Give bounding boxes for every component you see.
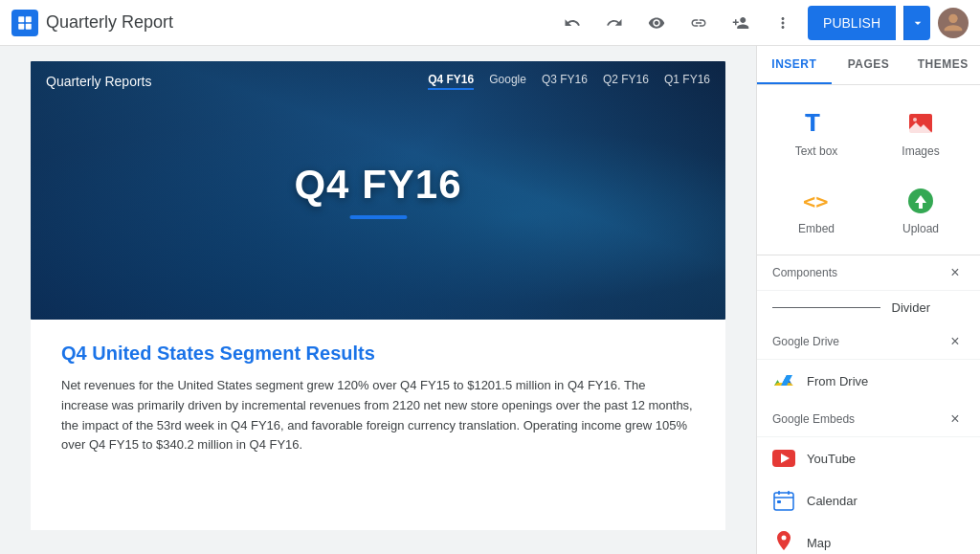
embed-label: Embed <box>798 222 835 235</box>
content-body: Net revenues for the United States segme… <box>61 376 695 455</box>
panel-tabs: INSERT PAGES THEMES <box>757 46 980 85</box>
tab-pages[interactable]: PAGES <box>832 46 906 84</box>
divider-item[interactable]: Divider <box>757 291 980 324</box>
youtube-label: YouTube <box>807 452 856 466</box>
content-heading: Q4 United States Segment Results <box>61 343 695 365</box>
slide-nav-q3fy16[interactable]: Q3 FY16 <box>542 73 588 90</box>
slide-nav-q4fy16[interactable]: Q4 FY16 <box>428 73 474 90</box>
main-area: Quarterly Reports Q4 FY16 Google Q3 FY16… <box>0 46 980 554</box>
map-icon <box>772 531 795 554</box>
undo-button[interactable] <box>555 6 590 40</box>
add-person-button[interactable] <box>724 6 758 40</box>
svg-rect-3 <box>26 23 32 29</box>
svg-point-7 <box>913 118 917 122</box>
svg-point-4 <box>948 13 957 22</box>
tab-themes[interactable]: THEMES <box>905 46 980 84</box>
svg-rect-1 <box>26 16 32 22</box>
upload-label: Upload <box>902 222 939 235</box>
insert-embed[interactable]: <> Embed <box>765 170 868 247</box>
svg-rect-16 <box>777 500 781 503</box>
slide-nav-q2fy16[interactable]: Q2 FY16 <box>603 73 649 90</box>
more-options-button[interactable] <box>766 6 800 40</box>
slide-nav: Quarterly Reports Q4 FY16 Google Q3 FY16… <box>31 61 725 101</box>
images-label: Images <box>902 144 939 158</box>
slide-title: Q4 FY16 <box>294 162 461 208</box>
youtube-item[interactable]: YouTube <box>757 437 980 479</box>
slide-hero[interactable]: Quarterly Reports Q4 FY16 Google Q3 FY16… <box>31 61 725 320</box>
slide-nav-links: Q4 FY16 Google Q3 FY16 Q2 FY16 Q1 FY16 <box>428 73 710 90</box>
publish-dropdown-button[interactable] <box>903 6 930 40</box>
calendar-item[interactable]: Calendar <box>757 479 980 521</box>
slide-underline <box>349 215 407 219</box>
google-embeds-label: Google Embeds <box>772 412 855 426</box>
slide-title-area: Q4 FY16 <box>294 162 461 219</box>
google-embeds-section-header: Google Embeds × <box>757 402 980 437</box>
tab-insert[interactable]: INSERT <box>757 46 832 84</box>
slide-nav-google[interactable]: Google <box>489 73 526 90</box>
components-close-button[interactable]: × <box>946 263 965 282</box>
topbar: Quarterly Report PUBLISH <box>0 0 980 46</box>
calendar-label: Calendar <box>807 494 858 508</box>
insert-grid: T Text box Images <> <box>757 85 980 255</box>
slide-nav-q1fy16[interactable]: Q1 FY16 <box>664 73 710 90</box>
avatar[interactable] <box>938 8 969 38</box>
canvas-area[interactable]: Quarterly Reports Q4 FY16 Google Q3 FY16… <box>0 46 756 554</box>
insert-upload[interactable]: Upload <box>869 170 972 247</box>
divider-label: Divider <box>892 300 930 315</box>
google-drive-label: Google Drive <box>772 335 839 348</box>
map-label: Map <box>807 536 831 550</box>
svg-text:<>: <> <box>803 189 829 213</box>
map-item[interactable]: Map <box>757 521 980 554</box>
document-title: Quarterly Report <box>46 12 173 33</box>
components-section-header: Components × <box>757 255 980 291</box>
app-logo <box>11 10 38 36</box>
svg-rect-2 <box>18 23 24 29</box>
redo-button[interactable] <box>597 6 632 40</box>
publish-button[interactable]: PUBLISH <box>808 6 896 40</box>
insert-text-box[interactable]: T Text box <box>765 93 868 169</box>
content-card: Q4 United States Segment Results Net rev… <box>31 320 725 530</box>
upload-icon <box>905 186 936 216</box>
svg-point-17 <box>782 536 787 541</box>
slide-brand: Quarterly Reports <box>46 74 151 89</box>
calendar-icon <box>772 489 795 512</box>
embed-icon: <> <box>801 186 832 216</box>
preview-button[interactable] <box>639 6 674 40</box>
right-panel: INSERT PAGES THEMES T Text box <box>756 46 980 554</box>
from-drive-item[interactable]: From Drive <box>757 360 980 402</box>
from-drive-label: From Drive <box>807 374 868 388</box>
divider-line-icon <box>772 307 880 308</box>
youtube-icon <box>772 447 795 470</box>
google-embeds-close-button[interactable]: × <box>946 410 965 429</box>
insert-images[interactable]: Images <box>869 93 972 169</box>
text-box-label: Text box <box>795 144 838 158</box>
svg-rect-0 <box>18 16 24 22</box>
google-drive-section-header: Google Drive × <box>757 324 980 360</box>
link-button[interactable] <box>681 6 716 40</box>
components-label: Components <box>772 266 837 279</box>
text-box-icon: T <box>801 108 832 139</box>
images-icon <box>905 108 936 139</box>
google-drive-close-button[interactable]: × <box>946 332 965 351</box>
drive-icon <box>772 369 795 392</box>
